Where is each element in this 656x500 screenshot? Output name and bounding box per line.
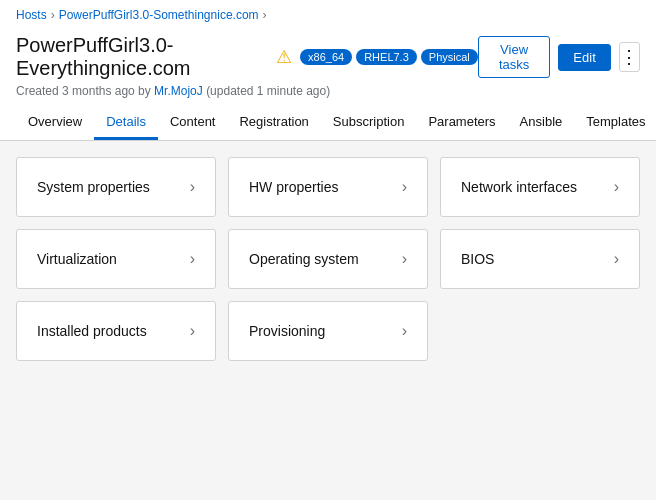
card-system-properties-label: System properties <box>37 179 150 195</box>
page-header: PowerPuffGirl3.0-Everythingnice.com ⚠ x8… <box>0 26 656 141</box>
breadcrumb-host-link[interactable]: PowerPuffGirl3.0-Somethingnice.com <box>59 8 259 22</box>
warning-icon: ⚠ <box>276 46 292 68</box>
badge-physical: Physical <box>421 49 478 65</box>
card-operating-system-label: Operating system <box>249 251 359 267</box>
tabs-bar: Overview Details Content Registration Su… <box>16 106 640 140</box>
card-hw-properties-label: HW properties <box>249 179 338 195</box>
tab-overview[interactable]: Overview <box>16 106 94 140</box>
card-operating-system[interactable]: Operating system › <box>228 229 428 289</box>
main-content: System properties › HW properties › Netw… <box>0 141 656 500</box>
card-installed-products-label: Installed products <box>37 323 147 339</box>
header-left: PowerPuffGirl3.0-Everythingnice.com ⚠ x8… <box>16 34 478 80</box>
page-title: PowerPuffGirl3.0-Everythingnice.com <box>16 34 268 80</box>
tab-registration[interactable]: Registration <box>227 106 320 140</box>
card-bios-chevron: › <box>614 250 619 268</box>
badges-container: x86_64 RHEL7.3 Physical <box>300 49 478 65</box>
breadcrumb: Hosts › PowerPuffGirl3.0-Somethingnice.c… <box>0 0 656 26</box>
badge-arch: x86_64 <box>300 49 352 65</box>
card-system-properties[interactable]: System properties › <box>16 157 216 217</box>
created-info: Created 3 months ago by Mr.MojoJ (update… <box>16 84 640 98</box>
card-installed-products-chevron: › <box>190 322 195 340</box>
card-provisioning-label: Provisioning <box>249 323 325 339</box>
tab-templates[interactable]: Templates <box>574 106 656 140</box>
card-system-properties-chevron: › <box>190 178 195 196</box>
card-hw-properties-chevron: › <box>402 178 407 196</box>
tab-details[interactable]: Details <box>94 106 158 140</box>
view-tasks-button[interactable]: View tasks <box>478 36 551 78</box>
updated-text: (updated 1 minute ago) <box>206 84 330 98</box>
tab-subscription[interactable]: Subscription <box>321 106 417 140</box>
card-provisioning[interactable]: Provisioning › <box>228 301 428 361</box>
tab-parameters[interactable]: Parameters <box>416 106 507 140</box>
author-link[interactable]: Mr.MojoJ <box>154 84 203 98</box>
card-virtualization[interactable]: Virtualization › <box>16 229 216 289</box>
created-text: Created 3 months ago by <box>16 84 151 98</box>
badge-rhel: RHEL7.3 <box>356 49 417 65</box>
card-virtualization-chevron: › <box>190 250 195 268</box>
tab-ansible[interactable]: Ansible <box>508 106 575 140</box>
cards-grid: System properties › HW properties › Netw… <box>16 157 640 361</box>
card-hw-properties[interactable]: HW properties › <box>228 157 428 217</box>
edit-button[interactable]: Edit <box>558 44 610 71</box>
card-bios-label: BIOS <box>461 251 494 267</box>
empty-area <box>16 361 640 500</box>
card-bios[interactable]: BIOS › <box>440 229 640 289</box>
header-actions: View tasks Edit ⋮ <box>478 36 640 78</box>
card-network-interfaces-label: Network interfaces <box>461 179 577 195</box>
card-installed-products[interactable]: Installed products › <box>16 301 216 361</box>
card-provisioning-chevron: › <box>402 322 407 340</box>
card-operating-system-chevron: › <box>402 250 407 268</box>
card-network-interfaces[interactable]: Network interfaces › <box>440 157 640 217</box>
breadcrumb-hosts-link[interactable]: Hosts <box>16 8 47 22</box>
card-virtualization-label: Virtualization <box>37 251 117 267</box>
breadcrumb-sep-1: › <box>51 8 55 22</box>
kebab-menu-button[interactable]: ⋮ <box>619 42 640 72</box>
tab-content[interactable]: Content <box>158 106 228 140</box>
breadcrumb-sep-2: › <box>263 8 267 22</box>
card-network-interfaces-chevron: › <box>614 178 619 196</box>
